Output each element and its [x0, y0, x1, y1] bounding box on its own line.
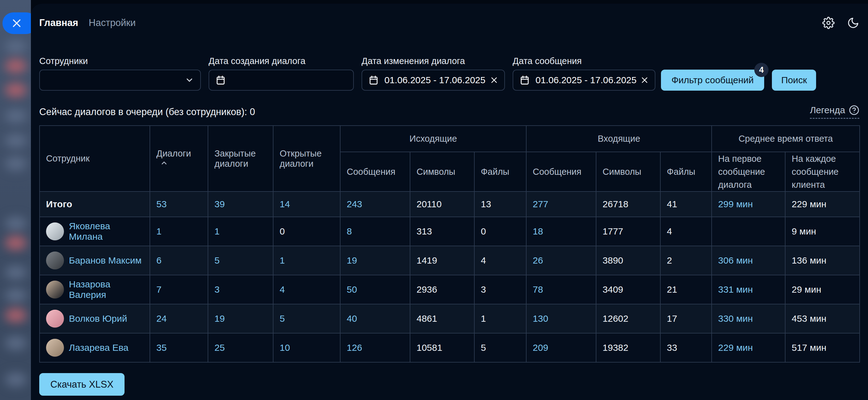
table-cell[interactable]: 26 — [526, 246, 596, 275]
table-cell[interactable]: 24 — [150, 304, 208, 333]
table-cell[interactable]: 5 — [273, 304, 340, 333]
column-header-in-messages[interactable]: Сообщения — [526, 152, 596, 192]
employee-link[interactable]: Волков Юрий — [69, 313, 127, 324]
table-cell-link[interactable]: 1 — [214, 226, 220, 236]
message-date-input[interactable]: 01.06.2025 - 17.06.2025 — [513, 69, 655, 91]
table-cell[interactable]: 18 — [526, 217, 596, 246]
settings-button[interactable] — [822, 17, 835, 29]
table-cell[interactable]: 209 — [526, 333, 596, 362]
table-cell[interactable]: 299 мин — [712, 192, 785, 217]
table-cell[interactable]: 243 — [340, 192, 410, 217]
table-cell[interactable]: 39 — [208, 192, 273, 217]
employee-link[interactable]: Назарова Валерия — [69, 279, 144, 300]
download-xlsx-button[interactable]: Скачать XLSX — [39, 373, 125, 396]
table-cell-link[interactable]: 19 — [347, 255, 357, 265]
column-header-closed[interactable]: Закрытые диалоги — [208, 125, 273, 192]
table-cell[interactable]: 331 мин — [712, 275, 785, 304]
column-header-dialogs[interactable]: Диалоги — [150, 125, 208, 192]
search-button[interactable]: Поиск — [772, 69, 816, 91]
employee-link[interactable]: Баранов Максим — [69, 255, 142, 266]
table-cell-link[interactable]: 18 — [533, 226, 543, 236]
table-cell-link[interactable]: 8 — [347, 226, 352, 236]
table-cell-link[interactable]: 331 мин — [718, 284, 753, 294]
table-cell-link[interactable]: 277 — [533, 199, 548, 209]
table-cell[interactable]: 5 — [208, 246, 273, 275]
table-cell-link[interactable]: 243 — [347, 199, 362, 209]
table-cell[interactable]: 25 — [208, 333, 273, 362]
theme-toggle-button[interactable] — [847, 17, 859, 29]
table-cell-link[interactable]: 78 — [533, 284, 543, 294]
table-cell-link[interactable]: 24 — [156, 313, 166, 323]
table-cell-link[interactable]: 130 — [533, 313, 548, 323]
table-cell-link[interactable]: 53 — [156, 199, 166, 209]
table-cell[interactable]: 1 — [150, 217, 208, 246]
table-cell-link[interactable]: 40 — [347, 313, 357, 323]
table-cell-link[interactable]: 39 — [214, 199, 225, 209]
column-header-out-files[interactable]: Файлы — [474, 152, 526, 192]
table-cell[interactable]: 3 — [208, 275, 273, 304]
column-header-in-symbols[interactable]: Символы — [596, 152, 660, 192]
table-cell-link[interactable]: 5 — [214, 255, 220, 265]
column-header-open[interactable]: Открытые диалоги — [273, 125, 340, 192]
table-cell-link[interactable]: 5 — [280, 313, 285, 323]
table-cell-link[interactable]: 19 — [214, 313, 225, 323]
created-date-input[interactable] — [209, 69, 354, 91]
table-cell[interactable]: 78 — [526, 275, 596, 304]
table-cell[interactable]: 229 мин — [712, 333, 785, 362]
table-cell[interactable]: 40 — [340, 304, 410, 333]
table-cell[interactable]: 53 — [150, 192, 208, 217]
table-cell-link[interactable]: 1 — [280, 255, 285, 265]
table-cell-link[interactable]: 126 — [347, 342, 362, 353]
legend-link[interactable]: Легенда — [810, 105, 859, 119]
tab-main[interactable]: Главная — [39, 17, 78, 28]
table-cell-link[interactable]: 4 — [280, 284, 285, 294]
column-header-each-reply[interactable]: На каждое сообщение клиента — [785, 152, 860, 192]
table-cell[interactable]: 1 — [273, 246, 340, 275]
table-cell[interactable]: 14 — [273, 192, 340, 217]
column-header-out-messages[interactable]: Сообщения — [340, 152, 410, 192]
table-cell-link[interactable]: 35 — [156, 342, 166, 353]
modified-date-input[interactable]: 01.06.2025 - 17.06.2025 — [362, 69, 505, 91]
column-header-first-reply[interactable]: На первое сообщение диалога — [712, 152, 785, 192]
employee-link[interactable]: Лазарева Ева — [69, 342, 128, 353]
table-cell-link[interactable]: 330 мин — [718, 313, 753, 323]
table-cell-link[interactable]: 299 мин — [718, 199, 753, 209]
table-cell[interactable]: 126 — [340, 333, 410, 362]
table-cell-link[interactable]: 26 — [533, 255, 543, 265]
clear-date-icon[interactable] — [490, 76, 498, 84]
employee-link[interactable]: Яковлева Милана — [69, 221, 144, 242]
table-cell-link[interactable]: 3 — [214, 284, 220, 294]
table-cell-link[interactable]: 7 — [156, 284, 162, 294]
table-cell[interactable]: 4 — [273, 275, 340, 304]
table-cell-link[interactable]: 229 мин — [718, 342, 753, 353]
message-filter-button[interactable]: Фильтр сообщений 4 — [661, 69, 764, 91]
column-header-employee[interactable]: Сотрудник — [39, 125, 150, 192]
table-cell[interactable]: 19 — [340, 246, 410, 275]
table-cell-link[interactable]: 209 — [533, 342, 548, 353]
table-cell[interactable]: 277 — [526, 192, 596, 217]
table-cell[interactable]: 130 — [526, 304, 596, 333]
column-header-in-files[interactable]: Файлы — [660, 152, 712, 192]
table-cell[interactable]: 6 — [150, 246, 208, 275]
table-cell-link[interactable]: 10 — [280, 342, 290, 353]
employees-select[interactable] — [39, 69, 201, 91]
clear-date-icon[interactable] — [641, 76, 649, 84]
table-cell[interactable]: 1 — [208, 217, 273, 246]
table-cell[interactable]: 19 — [208, 304, 273, 333]
table-cell-link[interactable]: 50 — [347, 284, 357, 294]
table-cell[interactable]: 35 — [150, 333, 208, 362]
table-cell[interactable]: 50 — [340, 275, 410, 304]
table-cell-link[interactable]: 6 — [156, 255, 162, 265]
table-cell[interactable]: 8 — [340, 217, 410, 246]
table-cell[interactable]: 7 — [150, 275, 208, 304]
table-cell[interactable]: 10 — [273, 333, 340, 362]
table-cell-link[interactable]: 1 — [156, 226, 162, 236]
table-cell-link[interactable]: 306 мин — [718, 255, 753, 265]
tab-settings[interactable]: Настройки — [89, 17, 136, 28]
table-cell-link[interactable]: 25 — [214, 342, 225, 353]
close-sidebar-button[interactable] — [2, 12, 31, 34]
table-cell-link[interactable]: 14 — [280, 199, 290, 209]
column-header-out-symbols[interactable]: Символы — [410, 152, 474, 192]
table-cell[interactable]: 330 мин — [712, 304, 785, 333]
table-cell[interactable]: 306 мин — [712, 246, 785, 275]
